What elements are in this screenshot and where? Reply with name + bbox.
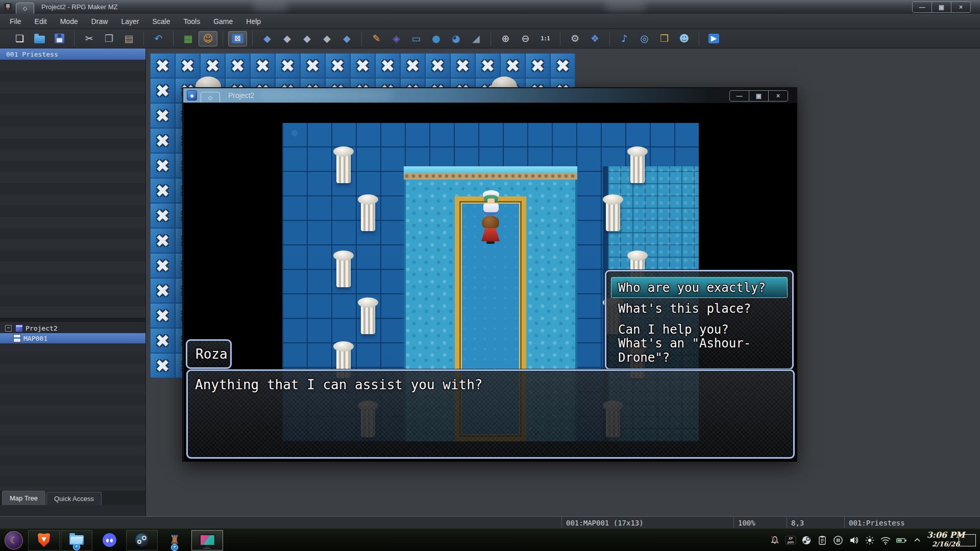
tree-row[interactable] [0,476,145,486]
zoom-in-button[interactable]: ⊕ [496,31,515,46]
menu-game[interactable]: Game [207,15,239,28]
rectangle-tool-button[interactable]: ▭ [407,31,426,46]
taskbar-file-explorer[interactable]: + [61,530,92,550]
event-list-row[interactable] [0,93,145,105]
pause-tray-icon[interactable] [832,535,844,546]
event-list-row[interactable] [0,82,145,93]
resource-manager-button[interactable]: ❒ [655,31,674,46]
event-list-row[interactable] [0,105,145,116]
editor-tab-icon[interactable]: ◇ [16,3,34,14]
zoom-out-button[interactable]: ⊖ [516,31,535,46]
tree-row[interactable] [0,354,145,364]
event-mode-button[interactable]: ☺ [199,31,217,46]
menu-layer[interactable]: Layer [114,15,145,28]
game-minimize-button[interactable]: — [730,91,749,101]
paste-button[interactable]: ▤ [119,31,138,46]
event-searcher-button[interactable]: ◎ [635,31,654,46]
tree-row[interactable] [0,445,145,456]
tree-row[interactable] [0,435,145,445]
sound-test-button[interactable]: ♪ [615,31,634,46]
tree-row[interactable] [0,415,145,425]
event-list-row[interactable] [0,228,145,239]
save-project-button[interactable] [50,31,69,46]
event-list-row[interactable] [0,194,145,206]
notifications-off-icon[interactable] [769,535,780,546]
message-window[interactable]: Anything that I can assist you with? [186,369,795,459]
event-list-row[interactable] [0,206,145,217]
minimize-button[interactable]: — [913,2,932,12]
event-list-row[interactable] [0,284,145,295]
plugin-manager-button[interactable]: ❖ [585,31,604,46]
tree-row[interactable] [0,405,145,415]
menu-tools[interactable]: Tools [177,15,207,28]
start-button[interactable]: ☾ [1,530,27,550]
menu-draw[interactable]: Draw [85,15,115,28]
tab-map-tree[interactable]: Map Tree [2,491,45,505]
map-mode-button[interactable]: ▦ [179,31,198,46]
event-list-row[interactable] [0,183,145,194]
tree-row[interactable] [0,384,145,394]
layer-3-button[interactable]: ◆ [317,31,336,46]
tree-root-project[interactable]: −Project2 [0,323,145,333]
tree-collapse-icon[interactable]: − [5,325,12,332]
choice-option[interactable]: What's this place? [611,298,788,319]
clipboard-tray-icon[interactable] [817,535,828,546]
layer-4-button[interactable]: ◆ [337,31,356,46]
tree-item-map001[interactable]: MAP001 [0,333,145,343]
tree-row[interactable] [0,425,145,435]
choice-option-selected[interactable]: Who are you exactly? [611,277,788,298]
tree-row[interactable] [0,374,145,384]
event-list-row[interactable] [0,295,145,307]
menu-help[interactable]: Help [239,15,267,28]
layer-2-button[interactable]: ◆ [298,31,316,46]
menu-mode[interactable]: Mode [54,15,85,28]
show-desktop-button[interactable] [959,534,976,546]
taskbar-steam[interactable] [126,530,158,550]
character-generator-button[interactable]: ☻ [675,31,694,46]
playtest-button[interactable]: ▶ [704,31,723,46]
tab-quick-access[interactable]: Quick Access [46,492,102,505]
event-list-row[interactable] [0,262,145,273]
tree-row[interactable] [0,456,145,466]
panel-splitter[interactable] [0,318,145,323]
tree-row[interactable] [0,364,145,374]
wifi-icon[interactable] [880,535,891,546]
layer-1-button[interactable]: ◆ [278,31,297,46]
menu-file[interactable]: File [3,15,28,28]
event-list-row[interactable] [0,127,145,138]
map-tree[interactable]: −Project2MAP001 [0,323,145,496]
taskbar-rpg-maker-mz[interactable] [191,530,223,550]
xppen-tray-icon[interactable]: XPpen [785,535,796,546]
event-list[interactable]: 001 Priestess [0,48,145,318]
menu-edit[interactable]: Edit [28,15,54,28]
event-list-row[interactable] [0,239,145,251]
event-list-row[interactable] [0,116,145,127]
event-list-row[interactable] [0,138,145,149]
event-list-row[interactable] [0,172,145,183]
brightness-icon[interactable] [864,535,875,546]
ellipse-tool-button[interactable]: ● [427,31,446,46]
zoom-actual-button[interactable]: 1:1 [536,31,555,46]
event-list-row[interactable] [0,273,145,284]
event-list-row[interactable] [0,60,145,71]
event-list-row[interactable] [0,149,145,161]
tree-row[interactable] [0,343,145,354]
fill-tool-button[interactable]: ◕ [447,31,465,46]
event-list-row[interactable] [0,217,145,228]
choice-option[interactable]: What's an "Ashour-Drone"? [611,340,788,361]
layer-auto-button[interactable]: ◆ [258,31,277,46]
copy-button[interactable]: ❐ [100,31,118,46]
taskbar-discord[interactable] [93,530,125,550]
event-list-row[interactable] [0,307,145,318]
region-mode-button[interactable]: ⊠ [228,31,247,46]
shadow-pen-button[interactable]: ◢ [467,31,485,46]
event-list-row[interactable] [0,161,145,172]
event-list-row[interactable] [0,71,145,82]
tree-row[interactable] [0,466,145,476]
battery-icon[interactable] [896,535,907,546]
pencil-tool-button[interactable]: ✎ [367,31,386,46]
tree-row[interactable] [0,394,145,405]
maximize-button[interactable]: ▣ [932,2,951,12]
volume-icon[interactable] [848,535,860,546]
undo-button[interactable]: ↶ [149,31,168,46]
